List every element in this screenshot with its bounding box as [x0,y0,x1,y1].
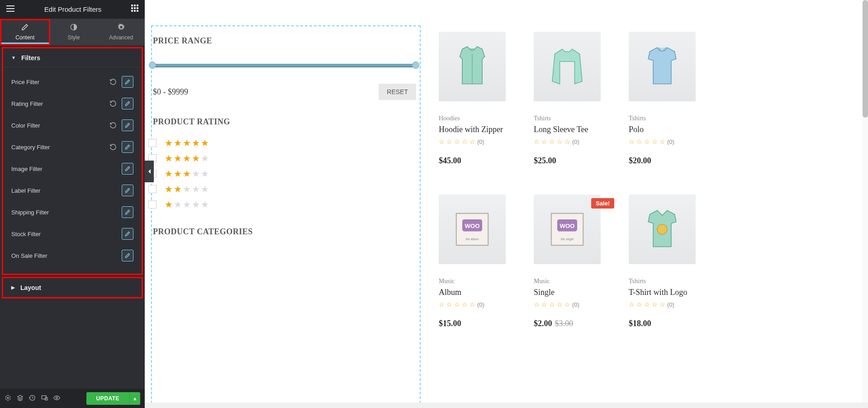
star-icon: ★ [165,199,173,210]
svg-text:WOO: WOO [465,223,480,229]
slider-handle-max[interactable] [412,62,419,69]
product-name[interactable]: Hoodie with Zipper [439,125,520,134]
contrast-icon [70,24,77,33]
edit-icon[interactable] [122,119,133,131]
product-image[interactable] [629,195,696,264]
star-outline-icon: ☆ [541,138,547,145]
responsive-icon[interactable] [41,394,48,403]
filter-actions [122,250,133,261]
filter-item[interactable]: Category Filter [3,136,142,158]
price-row: $0 - $9999 RESET [152,84,416,100]
product-card[interactable]: WOOthe album Music Album ☆☆☆☆☆(0) $15.00 [439,195,520,328]
tab-advanced[interactable]: Advanced [97,19,145,45]
product-price: $18.00 [629,319,710,328]
history-icon[interactable] [29,394,36,403]
svg-rect-7 [134,7,136,9]
edit-icon[interactable] [122,163,133,175]
edit-icon[interactable] [122,76,133,88]
preview-icon[interactable] [53,394,60,403]
gear-icon [118,24,125,33]
tab-content[interactable]: Content [0,19,50,45]
rating-row[interactable]: ★★★★★ [152,184,416,195]
product-card[interactable]: Tshirts T-Shirt with Logo ☆☆☆☆☆(0) $18.0… [629,195,710,328]
product-price: $20.00 [629,156,710,166]
filter-label: On Sale Filter [11,252,47,259]
product-name[interactable]: Album [439,288,520,297]
editor-title: Edit Product Filters [14,5,131,13]
star-outline-icon: ☆ [652,301,658,308]
update-group: UPDATE ▴ [86,392,140,405]
edit-icon[interactable] [122,206,133,218]
star-outline-icon: ☆ [557,301,563,308]
edit-icon[interactable] [122,250,133,261]
rating-count: (0) [477,301,484,308]
rating-row[interactable]: ★★★★★ [152,199,416,210]
update-options-button[interactable]: ▴ [129,392,140,405]
reset-icon[interactable] [107,141,119,153]
edit-icon[interactable] [122,141,133,153]
filter-actions [107,119,133,131]
product-image[interactable]: WOOthe singleSale! [534,195,601,264]
star-icon: ★ [183,138,191,148]
categories-section: PRODUCT CATEGORIES [152,227,416,237]
filter-item[interactable]: Image Filter [3,158,142,180]
svg-text:the album: the album [466,237,479,241]
edit-icon[interactable] [122,228,133,240]
filter-item[interactable]: Color Filter [3,114,142,136]
edit-icon[interactable] [122,98,133,109]
product-filters-widget[interactable]: PRICE RANGE $0 - $9999 RESET PRODUCT RAT… [151,25,421,408]
filter-actions [122,228,133,240]
rating-row[interactable]: ★★★★★ [152,138,416,148]
rating-row[interactable]: ★★★★★ [152,168,416,179]
star-outline-icon: ☆ [470,301,475,308]
reset-icon[interactable] [107,98,119,109]
reset-button[interactable]: RESET [379,84,416,100]
svg-point-16 [56,397,58,399]
filter-item[interactable]: On Sale Filter [3,245,142,266]
product-name[interactable]: Polo [629,125,710,134]
price-slider[interactable] [152,63,416,69]
star-icon: ★ [165,184,173,195]
star-icon: ★ [174,153,182,164]
apps-icon[interactable] [131,5,138,14]
product-card[interactable]: Tshirts Long Sleeve Tee ☆☆☆☆☆(0) $25.00 [534,32,615,166]
filter-item[interactable]: Price Filter [3,71,142,93]
filter-item[interactable]: Stock Filter [3,223,142,245]
product-image[interactable]: WOOthe album [439,195,506,264]
product-name[interactable]: Long Sleeve Tee [534,125,615,134]
accordion-layout[interactable]: ▶ Layout [3,278,142,297]
collapse-handle[interactable] [145,161,154,182]
product-image[interactable] [439,32,506,101]
update-button[interactable]: UPDATE [86,392,129,405]
product-image[interactable] [629,32,696,101]
tab-style[interactable]: Style [50,19,98,45]
filter-item[interactable]: Shipping Filter [3,201,142,223]
tab-label: Advanced [109,34,133,41]
tab-label: Style [68,34,80,41]
star-outline-icon: ☆ [462,138,468,145]
filter-item[interactable]: Label Filter [3,180,142,201]
filter-actions [107,76,133,88]
product-name[interactable]: Single [534,288,615,297]
rating-checkbox[interactable] [148,185,157,193]
vertical-scrollbar[interactable] [863,0,868,403]
settings-icon[interactable] [5,394,11,403]
accordion-filters[interactable]: ▼ Filters [3,48,142,67]
product-card[interactable]: Hoodies Hoodie with Zipper ☆☆☆☆☆(0) $45.… [439,32,520,166]
horizontal-scrollbar[interactable] [145,403,868,408]
rating-checkbox[interactable] [148,200,157,209]
edit-icon[interactable] [122,185,133,196]
rating-checkbox[interactable] [148,139,157,147]
navigator-icon[interactable] [17,394,24,403]
product-card[interactable]: WOOthe singleSale! Music Single ☆☆☆☆☆(0)… [534,195,615,328]
product-image[interactable] [534,32,601,101]
filter-item[interactable]: Rating Filter [3,93,142,114]
slider-handle-min[interactable] [149,62,156,69]
reset-icon[interactable] [107,76,119,88]
reset-icon[interactable] [107,119,119,131]
rating-row[interactable]: ★★★★★ [152,153,416,164]
product-name[interactable]: T-Shirt with Logo [629,288,710,297]
product-category: Tshirts [629,115,710,122]
product-card[interactable]: Tshirts Polo ☆☆☆☆☆(0) $20.00 [629,32,710,166]
menu-icon[interactable] [6,5,14,14]
